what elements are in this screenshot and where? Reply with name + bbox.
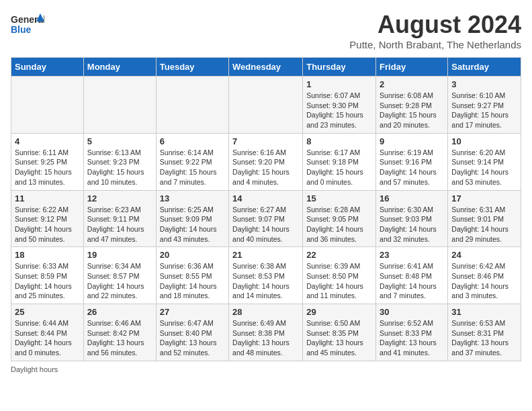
logo: General Blue [11,11,44,40]
day-header-friday: Friday [376,58,448,77]
title-section: August 2024 Putte, North Brabant, The Ne… [349,11,521,50]
cell-info: Sunrise: 6:47 AMSunset: 8:40 PMDaylight:… [160,319,217,357]
day-header-saturday: Saturday [448,58,521,77]
cell-day-number: 5 [87,136,152,146]
calendar-cell: 7 Sunrise: 6:16 AMSunset: 9:20 PMDayligh… [229,133,303,190]
cell-info: Sunrise: 6:44 AMSunset: 8:44 PMDaylight:… [15,319,72,357]
cell-day-number: 13 [160,193,225,203]
cell-day-number: 12 [87,193,152,203]
cell-day-number: 2 [380,79,444,89]
cell-day-number: 4 [15,136,80,146]
calendar-cell: 8 Sunrise: 6:17 AMSunset: 9:18 PMDayligh… [303,133,376,190]
calendar-cell [229,77,303,134]
calendar-cell: 24 Sunrise: 6:42 AMSunset: 8:46 PMDaylig… [448,247,521,304]
cell-info: Sunrise: 6:33 AMSunset: 8:59 PMDaylight:… [15,262,72,300]
calendar-cell [11,77,84,134]
cell-info: Sunrise: 6:53 AMSunset: 8:31 PMDaylight:… [451,319,508,357]
cell-info: Sunrise: 6:41 AMSunset: 8:48 PMDaylight:… [380,262,437,300]
week-row-3: 11 Sunrise: 6:22 AMSunset: 9:12 PMDaylig… [11,190,521,247]
subtitle: Putte, North Brabant, The Netherlands [349,39,521,50]
cell-info: Sunrise: 6:50 AMSunset: 8:35 PMDaylight:… [306,319,363,357]
cell-day-number: 30 [380,307,444,317]
cell-info: Sunrise: 6:38 AMSunset: 8:53 PMDaylight:… [232,262,290,300]
cell-day-number: 7 [232,136,299,146]
cell-day-number: 19 [87,250,152,260]
calendar-cell: 21 Sunrise: 6:38 AMSunset: 8:53 PMDaylig… [229,247,303,304]
calendar-cell: 28 Sunrise: 6:49 AMSunset: 8:38 PMDaylig… [229,304,303,361]
calendar-cell: 12 Sunrise: 6:23 AMSunset: 9:11 PMDaylig… [83,190,156,247]
cell-info: Sunrise: 6:13 AMSunset: 9:23 PMDaylight:… [87,148,144,186]
calendar-cell: 27 Sunrise: 6:47 AMSunset: 8:40 PMDaylig… [156,304,228,361]
cell-info: Sunrise: 6:19 AMSunset: 9:16 PMDaylight:… [380,148,437,186]
cell-info: Sunrise: 6:49 AMSunset: 8:38 PMDaylight:… [232,319,290,357]
cell-day-number: 11 [15,193,80,203]
calendar-cell: 26 Sunrise: 6:46 AMSunset: 8:42 PMDaylig… [83,304,156,361]
cell-day-number: 25 [15,307,80,317]
cell-day-number: 24 [451,250,517,260]
cell-info: Sunrise: 6:25 AMSunset: 9:09 PMDaylight:… [160,205,217,243]
calendar-cell: 23 Sunrise: 6:41 AMSunset: 8:48 PMDaylig… [376,247,448,304]
day-header-tuesday: Tuesday [156,58,228,77]
cell-day-number: 26 [87,307,152,317]
header-row: SundayMondayTuesdayWednesdayThursdayFrid… [11,58,521,77]
day-header-monday: Monday [83,58,156,77]
calendar-table: SundayMondayTuesdayWednesdayThursdayFrid… [11,57,521,361]
calendar-cell: 2 Sunrise: 6:08 AMSunset: 9:28 PMDayligh… [376,77,448,134]
calendar-cell: 30 Sunrise: 6:52 AMSunset: 8:33 PMDaylig… [376,304,448,361]
calendar-cell: 16 Sunrise: 6:30 AMSunset: 9:03 PMDaylig… [376,190,448,247]
calendar-cell: 13 Sunrise: 6:25 AMSunset: 9:09 PMDaylig… [156,190,228,247]
calendar-cell: 3 Sunrise: 6:10 AMSunset: 9:27 PMDayligh… [448,77,521,134]
logo-svg: General Blue [11,11,44,40]
cell-day-number: 28 [232,307,299,317]
calendar-cell: 9 Sunrise: 6:19 AMSunset: 9:16 PMDayligh… [376,133,448,190]
calendar-cell: 14 Sunrise: 6:27 AMSunset: 9:07 PMDaylig… [229,190,303,247]
cell-info: Sunrise: 6:08 AMSunset: 9:28 PMDaylight:… [380,91,437,129]
calendar-cell: 15 Sunrise: 6:28 AMSunset: 9:05 PMDaylig… [303,190,376,247]
cell-info: Sunrise: 6:46 AMSunset: 8:42 PMDaylight:… [87,319,144,357]
week-row-4: 18 Sunrise: 6:33 AMSunset: 8:59 PMDaylig… [11,247,521,304]
day-header-wednesday: Wednesday [229,58,303,77]
cell-info: Sunrise: 6:39 AMSunset: 8:50 PMDaylight:… [306,262,363,300]
cell-info: Sunrise: 6:14 AMSunset: 9:22 PMDaylight:… [160,148,217,186]
cell-info: Sunrise: 6:16 AMSunset: 9:20 PMDaylight:… [232,148,290,186]
calendar-cell: 6 Sunrise: 6:14 AMSunset: 9:22 PMDayligh… [156,133,228,190]
header-section: General Blue August 2024 Putte, North Br… [11,11,521,50]
calendar-cell: 25 Sunrise: 6:44 AMSunset: 8:44 PMDaylig… [11,304,84,361]
cell-info: Sunrise: 6:10 AMSunset: 9:27 PMDaylight:… [451,91,508,129]
cell-day-number: 22 [306,250,372,260]
cell-info: Sunrise: 6:52 AMSunset: 8:33 PMDaylight:… [380,319,437,357]
week-row-1: 1 Sunrise: 6:07 AMSunset: 9:30 PMDayligh… [11,77,521,134]
svg-text:Blue: Blue [11,24,32,35]
cell-day-number: 1 [306,79,372,89]
calendar-cell: 22 Sunrise: 6:39 AMSunset: 8:50 PMDaylig… [303,247,376,304]
cell-day-number: 31 [451,307,517,317]
cell-day-number: 3 [451,79,517,89]
cell-info: Sunrise: 6:23 AMSunset: 9:11 PMDaylight:… [87,205,144,243]
cell-day-number: 9 [380,136,444,146]
footer-note: Daylight hours [11,365,521,373]
cell-day-number: 29 [306,307,372,317]
calendar-cell: 1 Sunrise: 6:07 AMSunset: 9:30 PMDayligh… [303,77,376,134]
cell-day-number: 23 [380,250,444,260]
calendar-cell: 29 Sunrise: 6:50 AMSunset: 8:35 PMDaylig… [303,304,376,361]
cell-day-number: 20 [160,250,225,260]
cell-day-number: 15 [306,193,372,203]
calendar-cell: 31 Sunrise: 6:53 AMSunset: 8:31 PMDaylig… [448,304,521,361]
cell-day-number: 17 [451,193,517,203]
calendar-cell: 17 Sunrise: 6:31 AMSunset: 9:01 PMDaylig… [448,190,521,247]
cell-day-number: 6 [160,136,225,146]
week-row-2: 4 Sunrise: 6:11 AMSunset: 9:25 PMDayligh… [11,133,521,190]
cell-info: Sunrise: 6:22 AMSunset: 9:12 PMDaylight:… [15,205,72,243]
calendar-cell [156,77,228,134]
day-header-thursday: Thursday [303,58,376,77]
cell-info: Sunrise: 6:17 AMSunset: 9:18 PMDaylight:… [306,148,363,186]
cell-day-number: 27 [160,307,225,317]
calendar-cell [83,77,156,134]
cell-info: Sunrise: 6:07 AMSunset: 9:30 PMDaylight:… [306,91,363,129]
calendar-cell: 19 Sunrise: 6:34 AMSunset: 8:57 PMDaylig… [83,247,156,304]
calendar-cell: 18 Sunrise: 6:33 AMSunset: 8:59 PMDaylig… [11,247,84,304]
cell-day-number: 16 [380,193,444,203]
cell-day-number: 21 [232,250,299,260]
cell-info: Sunrise: 6:28 AMSunset: 9:05 PMDaylight:… [306,205,363,243]
calendar-cell: 5 Sunrise: 6:13 AMSunset: 9:23 PMDayligh… [83,133,156,190]
